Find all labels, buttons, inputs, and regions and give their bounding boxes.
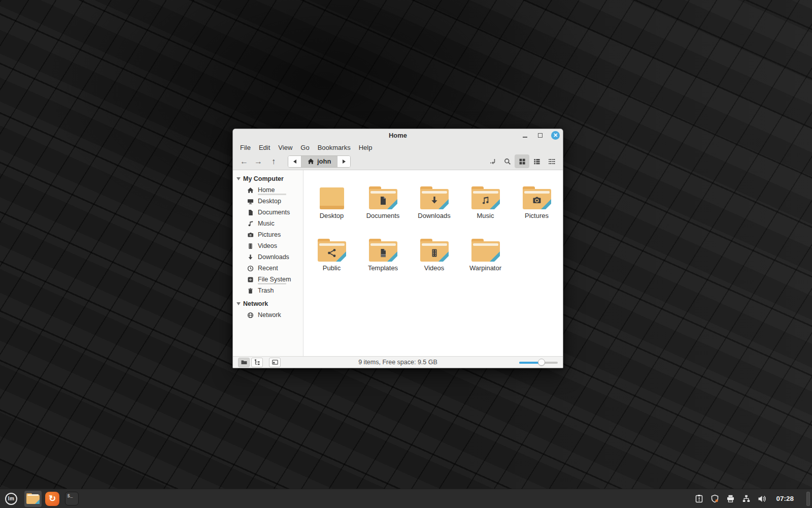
volume-icon bbox=[757, 494, 766, 503]
sidebar-item-downloads[interactable]: Downloads bbox=[233, 251, 303, 263]
film-icon bbox=[247, 243, 254, 249]
sidebar-item-music[interactable]: Music bbox=[233, 218, 303, 229]
forward-button[interactable]: → bbox=[251, 155, 265, 168]
mint-menu-icon: lm bbox=[5, 493, 17, 505]
network-applet-button[interactable] bbox=[741, 494, 751, 503]
plain-folder-icon bbox=[471, 239, 500, 262]
show-desktop-button[interactable] bbox=[806, 492, 810, 506]
disclosure-triangle-icon bbox=[236, 302, 241, 305]
files-app-icon bbox=[26, 493, 40, 504]
sidebar-item-desktop[interactable]: Desktop bbox=[233, 196, 303, 207]
folder-icon bbox=[420, 186, 449, 209]
document-icon bbox=[247, 209, 254, 216]
compact-view-button[interactable] bbox=[544, 154, 559, 168]
up-arrow-icon: ↑ bbox=[272, 157, 276, 166]
minimize-icon bbox=[523, 137, 527, 138]
sidebar-item-recent[interactable]: Recent bbox=[233, 263, 303, 274]
chevron-right-icon bbox=[343, 160, 346, 164]
file-item-downloads[interactable]: Downloads bbox=[409, 178, 460, 230]
menu-help[interactable]: Help bbox=[355, 143, 377, 152]
drive-icon bbox=[247, 276, 254, 283]
file-grid[interactable]: Desktop Documents Downloads bbox=[303, 170, 563, 356]
sidebar-item-file-system[interactable]: File System bbox=[233, 274, 303, 285]
disclosure-triangle-icon bbox=[236, 177, 241, 180]
desktop-icon bbox=[247, 198, 254, 205]
file-manager-window: Home ✕ File Edit View Go Bookmarks Help … bbox=[232, 129, 563, 368]
status-summary: 9 items, Free space: 9.5 GB bbox=[233, 359, 563, 366]
menu-edit[interactable]: Edit bbox=[255, 143, 274, 152]
toggle-location-entry-icon bbox=[489, 157, 497, 166]
minimize-button[interactable] bbox=[521, 132, 529, 140]
printer-icon bbox=[726, 494, 735, 503]
sidebar-item-trash[interactable]: Trash bbox=[233, 285, 303, 296]
show-places-button[interactable] bbox=[238, 358, 250, 367]
file-item-warpinator[interactable]: Warpinator bbox=[460, 230, 511, 282]
file-item-desktop[interactable]: Desktop bbox=[306, 178, 357, 230]
file-item-videos[interactable]: Videos bbox=[409, 230, 460, 282]
menu-bookmarks[interactable]: Bookmarks bbox=[314, 143, 355, 152]
compact-view-icon bbox=[548, 157, 556, 166]
mint-menu-button[interactable]: lm bbox=[0, 489, 22, 508]
disk-usage-bar bbox=[258, 194, 286, 195]
firefox-button[interactable]: ↻ bbox=[44, 491, 61, 507]
update-manager-button[interactable] bbox=[694, 494, 703, 503]
volume-button[interactable] bbox=[757, 494, 766, 503]
search-icon bbox=[503, 157, 512, 166]
folder-icon bbox=[420, 239, 449, 262]
sidebar-item-pictures[interactable]: Pictures bbox=[233, 229, 303, 240]
firewall-button[interactable] bbox=[710, 494, 719, 503]
sidebar-item-network[interactable]: Network bbox=[233, 309, 303, 321]
path-scroll-right-button[interactable] bbox=[337, 156, 350, 167]
sidebar-section-network[interactable]: Network bbox=[233, 298, 303, 309]
slider-handle[interactable] bbox=[538, 359, 545, 366]
sidebar: My Computer Home Desktop Documents bbox=[233, 170, 303, 356]
menu-go[interactable]: Go bbox=[296, 143, 313, 152]
show-treeview-icon bbox=[254, 359, 261, 366]
toggle-location-entry-button[interactable] bbox=[485, 154, 500, 168]
file-item-documents[interactable]: Documents bbox=[357, 178, 409, 230]
path-scroll-left-button[interactable] bbox=[288, 156, 301, 167]
sidebar-item-videos[interactable]: Videos bbox=[233, 240, 303, 251]
up-button[interactable]: ↑ bbox=[266, 155, 281, 168]
search-button[interactable] bbox=[500, 154, 515, 168]
sidebar-item-home[interactable]: Home bbox=[233, 184, 303, 196]
clipboard-alert-icon bbox=[695, 494, 703, 503]
file-item-pictures[interactable]: Pictures bbox=[511, 178, 562, 230]
grid-view-button[interactable] bbox=[515, 154, 529, 168]
printer-button[interactable] bbox=[726, 494, 735, 503]
sidebar-section-my-computer[interactable]: My Computer bbox=[233, 173, 303, 184]
menu-file[interactable]: File bbox=[236, 143, 255, 152]
close-button[interactable]: ✕ bbox=[551, 131, 560, 140]
trash-icon bbox=[247, 288, 254, 294]
files-app-button[interactable] bbox=[24, 491, 42, 507]
toggle-sidepane-icon bbox=[272, 359, 279, 366]
pathbar: john bbox=[288, 155, 351, 168]
sidebar-item-documents[interactable]: Documents bbox=[233, 207, 303, 218]
maximize-button[interactable] bbox=[536, 132, 544, 140]
list-view-button[interactable] bbox=[529, 154, 544, 168]
terminal-icon: $_ bbox=[65, 492, 79, 505]
back-button[interactable]: ← bbox=[237, 155, 251, 168]
menu-view[interactable]: View bbox=[274, 143, 296, 152]
file-item-music[interactable]: Music bbox=[460, 178, 511, 230]
shield-icon bbox=[710, 494, 719, 503]
file-item-public[interactable]: Public bbox=[306, 230, 357, 282]
show-treeview-button[interactable] bbox=[251, 358, 263, 367]
path-segment-home[interactable]: john bbox=[301, 156, 337, 167]
terminal-button[interactable]: $_ bbox=[63, 491, 80, 507]
clock[interactable]: 07:28 bbox=[776, 495, 794, 502]
disk-usage-bar bbox=[258, 283, 286, 284]
globe-icon bbox=[247, 312, 254, 319]
download-arrow-icon bbox=[247, 254, 254, 261]
toggle-sidepane-button[interactable] bbox=[269, 358, 281, 367]
firefox-icon: ↻ bbox=[45, 492, 59, 506]
zoom-slider[interactable] bbox=[519, 359, 558, 366]
camera-icon bbox=[247, 232, 254, 238]
system-tray: 07:28 bbox=[694, 489, 812, 508]
folder-icon bbox=[523, 186, 551, 209]
titlebar[interactable]: Home ✕ bbox=[233, 129, 563, 142]
window-title: Home bbox=[233, 132, 563, 139]
file-item-templates[interactable]: Templates bbox=[357, 230, 409, 282]
folder-icon bbox=[369, 186, 397, 209]
menubar: File Edit View Go Bookmarks Help bbox=[233, 142, 563, 153]
